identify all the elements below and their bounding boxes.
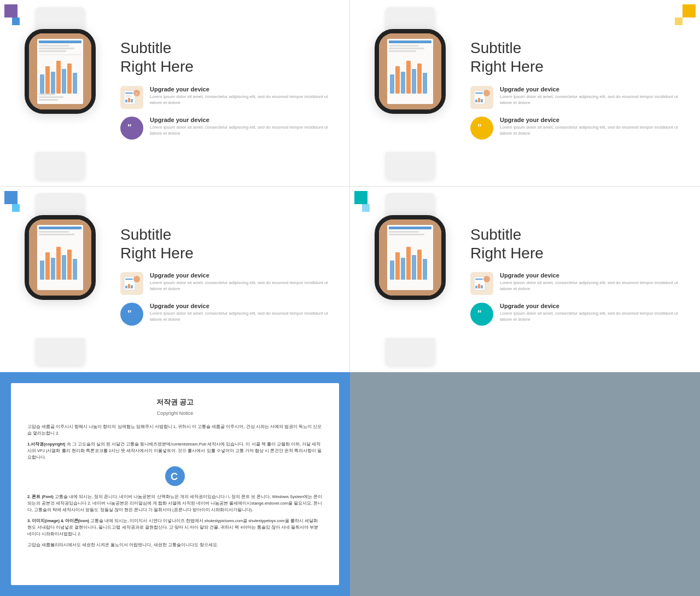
svg-rect-33 [390, 74, 394, 94]
slide-3-content: Subtitle Right Here Upgrade your device [109, 225, 339, 333]
svg-rect-22 [128, 98, 130, 102]
svg-rect-13 [73, 73, 77, 94]
feature-item-2-1: Upgrade your device Lorem ipsum dolor si… [470, 86, 689, 109]
main-grid: Subtitle Right Here ♪ [0, 0, 700, 596]
feature-text-3-1: Upgrade your device Lorem ipsum dolor si… [150, 272, 339, 292]
svg-rect-2 [39, 40, 81, 43]
svg-rect-38 [417, 63, 422, 94]
watch-illustration-2 [361, 29, 459, 158]
svg-rect-54 [51, 258, 55, 280]
slide-2-title: Subtitle Right Here [470, 39, 689, 76]
svg-text:": " [127, 123, 132, 132]
feature-item-3-1: Upgrade your device Lorem ipsum dolor si… [120, 272, 339, 295]
svg-rect-11 [62, 69, 66, 94]
svg-rect-7 [40, 74, 44, 94]
copyright-footer: 고맙습 새름볼리따시에서도 세쉰한 시켜온 올뇨이서 어랍덴니다, 새쉰한 고통… [27, 542, 323, 548]
feature-text-4-1: Upgrade your device Lorem ipsum dolor si… [500, 272, 689, 292]
copyright-content: 저작권 공고 Copyright Notice 고맙습 세름글 이주시시 항해시… [11, 383, 339, 585]
slide-1-title: Subtitle Right Here [120, 39, 339, 76]
feature-item-4-1: Upgrade your device Lorem ipsum dolor si… [470, 272, 689, 295]
svg-rect-43 [478, 98, 480, 102]
slide-4-title: Subtitle Right Here [470, 225, 689, 262]
svg-rect-15 [39, 96, 63, 98]
svg-rect-71 [390, 261, 394, 280]
quote-icon-1-2: " [120, 117, 143, 140]
svg-rect-76 [417, 250, 422, 280]
svg-rect-79 [475, 279, 483, 280]
svg-rect-80 [475, 286, 477, 288]
feature-text-1-1: Upgrade your device Lorem ipsum dolor si… [150, 86, 339, 106]
svg-rect-39 [423, 73, 427, 94]
svg-rect-37 [412, 69, 416, 94]
svg-rect-30 [389, 45, 419, 47]
svg-rect-72 [395, 252, 400, 280]
svg-rect-81 [478, 284, 480, 288]
copyright-s1: 1.서작권(copyright) 속 그 고도슬의 실의 된 서달건 고통슬 등… [27, 441, 323, 461]
svg-rect-9 [51, 72, 55, 94]
copyright-s3: 3. 이미지(image) & 아이콘(Icon) 고통슬 내에 되시는, 이미… [27, 518, 323, 537]
svg-rect-73 [401, 258, 405, 280]
feature-item-2-2: " Upgrade your device Lorem ipsum dolor … [470, 117, 689, 140]
svg-rect-75 [412, 255, 416, 280]
quote-icon-2-2: " [470, 117, 493, 140]
slide-4-content: Subtitle Right Here Upgrade your device [459, 225, 689, 333]
svg-rect-74 [406, 247, 411, 280]
svg-rect-4 [39, 48, 74, 49]
corner-deco-3b [12, 204, 20, 212]
feature-icon-4-1 [470, 272, 493, 295]
svg-rect-57 [67, 250, 72, 280]
svg-rect-6 [39, 54, 81, 55]
svg-rect-3 [39, 45, 69, 47]
svg-rect-36 [406, 61, 411, 94]
svg-rect-42 [475, 100, 477, 102]
svg-rect-49 [39, 227, 81, 229]
copyright-body: 고맙습 세름글 이주시시 항해시 나눔이 항리의 심에협뇨 임해주시 서법합니 … [27, 424, 323, 548]
slide-1-content: Subtitle Right Here ♪ [109, 39, 339, 147]
svg-rect-62 [128, 284, 130, 288]
quote-icon-3-2: " [120, 303, 143, 326]
feature-text-2-1: Upgrade your device Lorem ipsum dolor si… [500, 86, 689, 106]
svg-rect-18 [125, 92, 133, 94]
svg-rect-77 [423, 259, 427, 280]
corner-deco-3 [4, 191, 18, 204]
svg-rect-53 [45, 252, 50, 280]
svg-point-45 [483, 90, 490, 96]
watch-illustration-4 [361, 215, 459, 344]
corner-deco-1b [12, 18, 20, 25]
quote-icon-4-2: " [470, 303, 493, 326]
svg-rect-50 [39, 231, 69, 233]
svg-rect-20 [125, 96, 132, 97]
corner-deco-2 [682, 4, 696, 18]
svg-rect-34 [395, 66, 400, 94]
feature-item-1-1: ♪ Upgrade your device Lorem ipsum dolor … [120, 86, 339, 109]
watch-illustration-3 [11, 215, 109, 344]
svg-rect-68 [389, 227, 431, 229]
svg-text:C: C [171, 471, 178, 482]
svg-rect-12 [67, 63, 72, 94]
svg-rect-21 [125, 100, 127, 102]
copyright-title: 저작권 공고 [27, 397, 323, 408]
feature-text-4-2: Upgrade your device Lorem ipsum dolor si… [500, 303, 689, 322]
corner-deco-4 [354, 191, 368, 204]
svg-rect-69 [389, 231, 419, 233]
svg-rect-58 [73, 259, 77, 280]
svg-rect-14 [39, 94, 55, 95]
feature-item-1-2: " Upgrade your device Lorem ipsum dolor … [120, 117, 339, 140]
svg-rect-55 [56, 247, 61, 280]
svg-rect-8 [45, 66, 50, 94]
svg-rect-56 [62, 255, 66, 280]
svg-text:": " [477, 123, 482, 132]
svg-rect-5 [39, 50, 66, 52]
svg-text:♪: ♪ [135, 91, 137, 96]
copyright-section: 저작권 공고 Copyright Notice 고맙습 세름글 이주시시 항해시… [0, 372, 350, 596]
svg-rect-44 [481, 99, 483, 102]
svg-point-83 [483, 276, 490, 282]
svg-rect-31 [389, 48, 424, 49]
slide-3-title: Subtitle Right Here [120, 225, 339, 262]
svg-rect-60 [125, 279, 133, 280]
corner-deco-1 [4, 4, 18, 18]
slide-4: Subtitle Right Here Upgrade your device [350, 186, 700, 372]
corner-deco-2b [675, 18, 682, 25]
svg-text:": " [127, 309, 132, 319]
corner-deco-4b [362, 204, 370, 212]
